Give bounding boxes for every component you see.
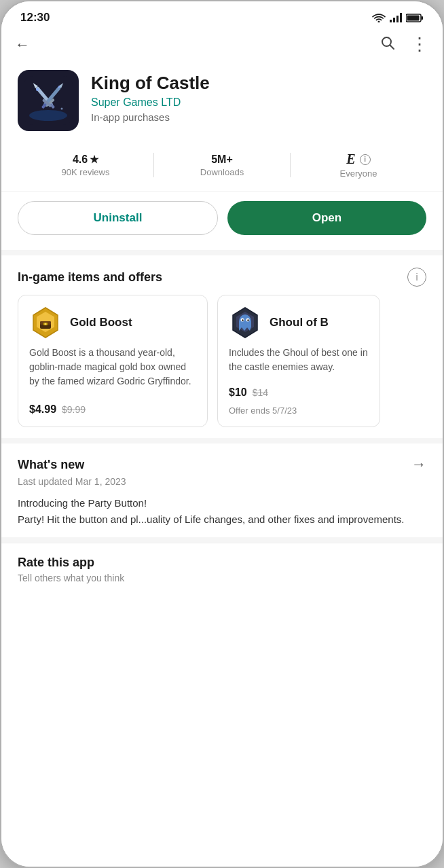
ghoul-price: $10 — [229, 386, 247, 399]
status-bar: 12:30 — [1, 1, 443, 30]
gold-boost-desc: Gold Boost is a thousand year-old, gobli… — [29, 346, 196, 391]
ingame-title: In-game items and offers — [18, 270, 162, 285]
downloads-value: 5M+ — [211, 153, 233, 166]
gold-boost-name: Gold Boost — [70, 316, 132, 329]
search-icon — [380, 35, 396, 51]
svg-point-0 — [378, 21, 380, 23]
whats-new-arrow[interactable]: → — [411, 456, 426, 473]
open-button[interactable]: Open — [227, 201, 426, 235]
svg-rect-3 — [396, 16, 399, 22]
svg-point-21 — [58, 86, 60, 88]
item-card-gold-boost: Gold Boost Gold Boost is a thousand year… — [18, 295, 208, 427]
app-name: King of Castle — [91, 73, 426, 94]
stat-rating: 4.6 ★ 90K reviews — [18, 153, 153, 177]
uninstall-button[interactable]: Uninstall — [18, 201, 218, 235]
rating-code: E — [346, 151, 355, 167]
svg-rect-2 — [393, 18, 395, 22]
nav-left: ← — [15, 36, 30, 54]
phone-frame: 12:30 ← — [0, 0, 444, 868]
stat-rating-code: E i Everyone — [291, 151, 426, 179]
svg-point-20 — [36, 88, 39, 91]
app-purchase: In-app purchases — [91, 111, 426, 123]
action-buttons: Uninstall Open — [1, 192, 443, 250]
section-divider-2 — [1, 438, 443, 444]
rate-section: Rate this app Tell others what you think — [1, 543, 443, 590]
status-time: 12:30 — [20, 11, 50, 24]
svg-point-11 — [29, 110, 67, 121]
ingame-info-button[interactable]: i — [407, 268, 426, 287]
ingame-info-icon: i — [415, 272, 418, 283]
gold-boost-icon — [29, 306, 62, 339]
search-button[interactable] — [380, 35, 396, 55]
whats-new-date: Last updated Mar 1, 2023 — [18, 476, 426, 487]
whats-new-section: What's new → Last updated Mar 1, 2023 In… — [1, 444, 443, 537]
ghoul-hex-icon — [229, 306, 261, 339]
svg-rect-6 — [422, 16, 424, 20]
app-icon-image — [24, 76, 73, 125]
gold-boost-price: $4.99 — [29, 403, 56, 416]
rate-title: Rate this app — [18, 556, 426, 570]
wifi-icon — [372, 13, 386, 22]
rating-info-icon[interactable]: i — [360, 154, 371, 165]
nav-right: ⋮ — [380, 34, 429, 55]
svg-rect-7 — [407, 15, 420, 20]
ghoul-icon — [229, 306, 261, 339]
svg-point-36 — [242, 319, 243, 321]
svg-point-22 — [61, 108, 63, 110]
rate-subtitle: Tell others what you think — [18, 573, 426, 583]
whats-new-title: What's new — [18, 458, 84, 472]
ghoul-desc: Includes the Ghoul of best one in the ca… — [229, 346, 369, 374]
svg-line-9 — [390, 45, 394, 49]
app-info: King of Castle Super Games LTD In-app pu… — [91, 70, 426, 123]
status-icons — [372, 13, 424, 22]
signal-icon — [390, 13, 402, 22]
svg-point-28 — [45, 323, 47, 325]
ingame-section-header: In-game items and offers i — [1, 255, 443, 295]
content-area: King of Castle Super Games LTD In-app pu… — [1, 62, 443, 867]
app-header: King of Castle Super Games LTD In-app pu… — [1, 62, 443, 145]
svg-rect-32 — [239, 321, 251, 327]
items-carousel: Gold Boost Gold Boost is a thousand year… — [1, 295, 443, 438]
ghoul-name: Ghoul of B — [270, 316, 329, 329]
back-button[interactable]: ← — [15, 36, 30, 54]
battery-icon — [406, 14, 424, 22]
ghoul-offer-end: Offer ends 5/7/23 — [229, 405, 369, 416]
section-divider-3 — [1, 537, 443, 543]
section-divider — [1, 250, 443, 255]
ghoul-old-price: $14 — [253, 387, 268, 398]
svg-rect-4 — [400, 13, 402, 22]
stat-downloads: 5M+ Downloads — [154, 153, 290, 177]
more-button[interactable]: ⋮ — [411, 34, 429, 55]
rating-value: 4.6 — [73, 153, 88, 166]
item-card-ghoul: Ghoul of B Includes the Ghoul of best on… — [217, 295, 380, 427]
rating-label: 90K reviews — [62, 167, 110, 177]
rating-star: ★ — [90, 153, 98, 166]
nav-bar: ← ⋮ — [1, 30, 443, 62]
gold-hex-icon — [29, 306, 62, 339]
svg-rect-1 — [390, 20, 392, 22]
downloads-label: Downloads — [200, 167, 244, 177]
stats-row: 4.6 ★ 90K reviews 5M+ Downloads E i Ever… — [1, 145, 443, 192]
rating-everyone-label: Everyone — [340, 168, 377, 179]
app-developer[interactable]: Super Games LTD — [91, 96, 426, 109]
whats-new-text: Introducing the Party Button! Party! Hit… — [18, 495, 426, 528]
gold-boost-old-price: $9.99 — [62, 404, 86, 415]
app-icon — [18, 70, 79, 131]
svg-point-37 — [247, 319, 248, 321]
